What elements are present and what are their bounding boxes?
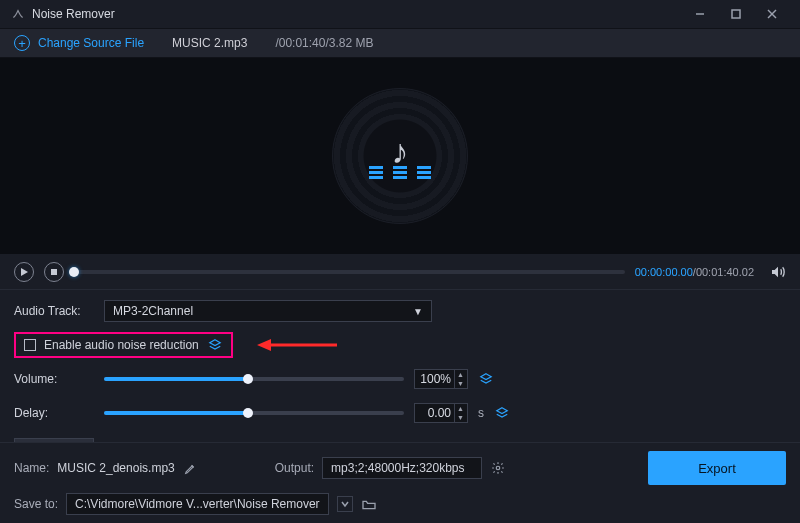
volume-input[interactable]: 100% ▲▼ [414, 369, 468, 389]
time-readout: 00:00:00.00/00:01:40.02 [635, 266, 754, 278]
chevron-down-icon: ▼ [413, 306, 423, 317]
plus-icon: + [14, 35, 30, 51]
output-value: mp3;2;48000Hz;320kbps [331, 461, 464, 475]
volume-slider[interactable] [104, 377, 404, 381]
layers-icon[interactable] [207, 337, 223, 353]
delay-unit: s [478, 406, 484, 420]
delay-label: Delay: [14, 406, 94, 420]
change-source-label: Change Source File [38, 36, 144, 50]
audio-track-row: Audio Track: MP3-2Channel ▼ [14, 298, 786, 324]
export-button[interactable]: Export [648, 451, 786, 485]
noise-reduction-row: Enable audio noise reduction [14, 332, 786, 358]
svg-marker-6 [772, 266, 778, 277]
output-label: Output: [275, 461, 314, 475]
delay-slider-knob[interactable] [243, 408, 253, 418]
source-fileinfo: /00:01:40/3.82 MB [275, 36, 373, 50]
app-title: Noise Remover [32, 7, 115, 21]
saveto-label: Save to: [14, 497, 58, 511]
chevron-down-icon[interactable] [337, 496, 353, 512]
reset-volume-icon[interactable] [478, 371, 494, 387]
edit-name-icon[interactable] [183, 460, 199, 476]
audio-track-label: Audio Track: [14, 304, 94, 318]
output-format-box[interactable]: mp3;2;48000Hz;320kbps [322, 457, 482, 479]
music-note-icon: ♪ [392, 134, 409, 168]
volume-value: 100% [420, 372, 451, 386]
callout-arrow-icon [257, 336, 337, 354]
title-bar: Noise Remover [0, 0, 800, 28]
stop-button[interactable] [44, 262, 64, 282]
visualizer: ♪ [0, 58, 800, 254]
svg-point-12 [496, 466, 500, 470]
stepper-down[interactable]: ▼ [454, 413, 466, 422]
audio-track-select[interactable]: MP3-2Channel ▼ [104, 300, 432, 322]
play-button[interactable] [14, 262, 34, 282]
change-source-button[interactable]: + Change Source File [14, 35, 144, 51]
audio-track-value: MP3-2Channel [113, 304, 193, 318]
export-label: Export [698, 461, 736, 476]
playback-bar: 00:00:00.00/00:01:40.02 [0, 254, 800, 290]
footer: Name: MUSIC 2_denois.mp3 Output: mp3;2;4… [0, 442, 800, 523]
delay-slider-fill [104, 411, 248, 415]
svg-marker-7 [210, 340, 221, 346]
svg-marker-11 [497, 408, 508, 414]
saveto-value: C:\Vidmore\Vidmore V...verter\Noise Remo… [75, 497, 320, 511]
volume-row: Volume: 100% ▲▼ [14, 366, 786, 392]
stepper-down[interactable]: ▼ [454, 379, 466, 388]
close-button[interactable] [754, 2, 790, 26]
noise-reduction-label: Enable audio noise reduction [44, 338, 199, 352]
svg-rect-1 [732, 10, 740, 18]
source-bar: + Change Source File MUSIC 2.mp3 /00:01:… [0, 28, 800, 58]
settings-panel: Audio Track: MP3-2Channel ▼ Enable audio… [0, 290, 800, 466]
volume-label: Volume: [14, 372, 94, 386]
svg-rect-5 [51, 269, 57, 275]
delay-slider[interactable] [104, 411, 404, 415]
delay-row: Delay: 0.00 ▲▼ s [14, 400, 786, 426]
volume-icon[interactable] [770, 264, 786, 280]
volume-slider-knob[interactable] [243, 374, 253, 384]
volume-slider-fill [104, 377, 248, 381]
open-folder-icon[interactable] [361, 496, 377, 512]
noise-reduction-highlight: Enable audio noise reduction [14, 332, 233, 358]
name-value: MUSIC 2_denois.mp3 [57, 461, 174, 475]
maximize-button[interactable] [718, 2, 754, 26]
saveto-row: Save to: C:\Vidmore\Vidmore V...verter\N… [14, 493, 786, 515]
saveto-path[interactable]: C:\Vidmore\Vidmore V...verter\Noise Remo… [66, 493, 329, 515]
svg-marker-10 [481, 374, 492, 380]
playback-progress[interactable] [74, 270, 625, 274]
stepper-up[interactable]: ▲ [454, 370, 466, 379]
delay-input[interactable]: 0.00 ▲▼ [414, 403, 468, 423]
duration: /00:01:40.02 [693, 266, 754, 278]
name-label: Name: [14, 461, 49, 475]
reset-delay-icon[interactable] [494, 405, 510, 421]
app-icon [10, 6, 26, 22]
equalizer-bars-icon [369, 176, 431, 179]
stepper-up[interactable]: ▲ [454, 404, 466, 413]
disc-icon: ♪ [332, 88, 468, 224]
noise-reduction-checkbox[interactable] [24, 339, 36, 351]
svg-marker-4 [21, 268, 28, 276]
name-output-row: Name: MUSIC 2_denois.mp3 Output: mp3;2;4… [14, 451, 786, 485]
minimize-button[interactable] [682, 2, 718, 26]
current-time: 00:00:00.00 [635, 266, 693, 278]
source-filename: MUSIC 2.mp3 [172, 36, 247, 50]
gear-icon[interactable] [490, 460, 506, 476]
delay-value: 0.00 [428, 406, 451, 420]
svg-marker-9 [257, 339, 271, 351]
